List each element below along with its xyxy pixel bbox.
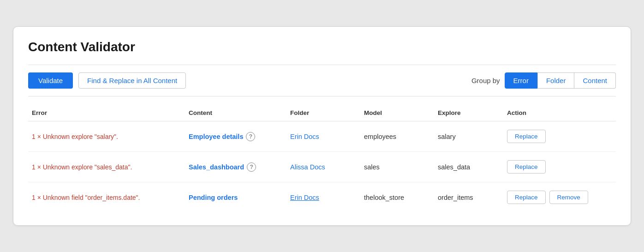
toolbar-left: Validate Find & Replace in All Content — [28, 72, 466, 89]
content-link-1[interactable]: Employee details — [189, 133, 243, 140]
error-cell-3: 1 × Unknown field "order_items.date". — [28, 194, 185, 201]
explore-cell-1: salary — [434, 133, 503, 140]
col-header-explore: Explore — [434, 109, 503, 116]
find-replace-button[interactable]: Find & Replace in All Content — [78, 72, 186, 89]
content-cell-3: Pending orders — [185, 194, 286, 201]
model-cell-1: employees — [360, 133, 434, 140]
group-by-folder-button[interactable]: Folder — [537, 72, 575, 89]
col-header-error: Error — [28, 109, 185, 116]
help-icon-2[interactable]: ? — [247, 162, 256, 172]
col-header-content: Content — [185, 109, 286, 116]
col-header-model: Model — [360, 109, 434, 116]
group-by-content-button[interactable]: Content — [574, 72, 616, 89]
error-cell-1: 1 × Unknown explore "salary". — [28, 133, 185, 140]
folder-link-2[interactable]: Alissa Docs — [290, 163, 325, 171]
error-cell-2: 1 × Unknown explore "sales_data". — [28, 163, 185, 171]
folder-cell-3: Erin Docs — [286, 194, 360, 201]
toolbar: Validate Find & Replace in All Content G… — [28, 65, 616, 96]
action-cell-1: Replace — [503, 130, 586, 143]
group-by-error-button[interactable]: Error — [505, 72, 537, 89]
action-cell-3: Replace Remove — [503, 191, 586, 204]
folder-link-3[interactable]: Erin Docs — [290, 194, 319, 201]
replace-button-1[interactable]: Replace — [507, 130, 546, 143]
replace-button-3[interactable]: Replace — [507, 191, 546, 204]
table-row: 1 × Unknown explore "sales_data". Sales_… — [28, 152, 616, 182]
table-row: 1 × Unknown explore "salary". Employee d… — [28, 121, 616, 152]
content-cell-2: Sales_dashboard ? — [185, 162, 286, 172]
explore-cell-2: sales_data — [434, 163, 503, 171]
content-validator-card: Content Validator Validate Find & Replac… — [13, 26, 631, 226]
content-link-2[interactable]: Sales_dashboard — [189, 163, 244, 171]
model-cell-2: sales — [360, 163, 434, 171]
validate-button[interactable]: Validate — [28, 72, 73, 89]
col-header-action: Action — [503, 109, 586, 116]
action-cell-2: Replace — [503, 160, 586, 174]
folder-link-1[interactable]: Erin Docs — [290, 133, 319, 140]
table-header: Error Content Folder Model Explore Actio… — [28, 109, 616, 121]
remove-button-3[interactable]: Remove — [549, 191, 588, 204]
replace-button-2[interactable]: Replace — [507, 160, 546, 174]
group-by-label: Group by — [471, 77, 500, 84]
folder-cell-2: Alissa Docs — [286, 163, 360, 171]
folder-cell-1: Erin Docs — [286, 133, 360, 140]
table-row: 1 × Unknown field "order_items.date". Pe… — [28, 182, 616, 212]
model-cell-3: thelook_store — [360, 194, 434, 201]
table-container: Error Content Folder Model Explore Actio… — [28, 109, 616, 212]
content-cell-1: Employee details ? — [185, 132, 286, 141]
explore-cell-3: order_items — [434, 194, 503, 201]
help-icon-1[interactable]: ? — [246, 132, 255, 141]
col-header-folder: Folder — [286, 109, 360, 116]
toolbar-right: Group by Error Folder Content — [471, 72, 616, 89]
content-link-3[interactable]: Pending orders — [189, 194, 238, 201]
page-title: Content Validator — [28, 40, 616, 54]
